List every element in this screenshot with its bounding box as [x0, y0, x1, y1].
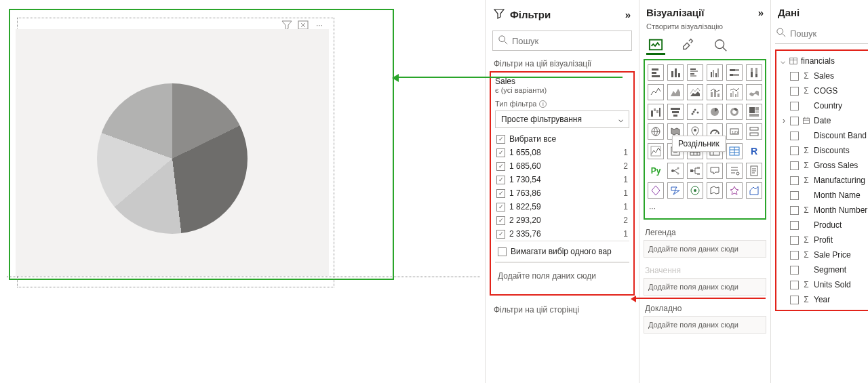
checkbox-icon[interactable]: ✓	[496, 135, 505, 144]
chevron-right-icon[interactable]: ›	[781, 116, 787, 125]
checkbox-icon[interactable]	[790, 281, 799, 289]
field-row[interactable]: ΣYear	[778, 292, 868, 307]
field-row[interactable]: ΣProfit	[778, 233, 868, 247]
more-visuals[interactable]: ···	[648, 202, 762, 214]
checkbox-icon[interactable]	[790, 266, 799, 275]
filter-value-row[interactable]: ✓1 730,541	[495, 173, 629, 186]
field-row[interactable]: Segment	[778, 262, 868, 277]
filter-value-row[interactable]: ✓1 685,602	[495, 159, 629, 173]
expand-icon[interactable]: »	[625, 9, 631, 20]
viz-python[interactable]: Py	[648, 163, 664, 179]
tab-analytics[interactable]	[711, 36, 730, 55]
filters-search[interactable]	[492, 31, 632, 51]
viz-line-stacked-column[interactable]	[707, 84, 723, 100]
select-all-row[interactable]: ✓ Вибрати все	[495, 132, 629, 146]
chevron-down-icon[interactable]: ⌵	[779, 56, 786, 66]
viz-multi-row-card[interactable]	[746, 123, 762, 140]
viz-table-alt[interactable]	[726, 143, 743, 159]
field-row[interactable]: ΣUnits Sold	[778, 277, 868, 292]
viz-map[interactable]	[648, 123, 664, 140]
checkbox-icon[interactable]: ✓	[496, 189, 505, 198]
viz-arc-gis[interactable]	[687, 182, 703, 199]
viz-scatter[interactable]	[687, 104, 703, 120]
field-row[interactable]: ΣSale Price	[778, 247, 868, 262]
checkbox-icon[interactable]: ✓	[496, 203, 505, 211]
checkbox-icon[interactable]	[790, 117, 799, 125]
checkbox-icon[interactable]	[790, 251, 799, 260]
field-row[interactable]: ΣDiscounts	[778, 143, 868, 158]
filter-value-row[interactable]: ✓1 763,861	[495, 186, 629, 200]
filter-value-row[interactable]: ✓2 335,761	[495, 227, 629, 241]
field-row[interactable]: ›Date	[778, 113, 868, 128]
checkbox-icon[interactable]	[790, 236, 799, 245]
viz-clustered-column[interactable]	[707, 64, 723, 81]
viz-line-clustered-column[interactable]	[726, 84, 743, 100]
report-canvas[interactable]: ···	[0, 0, 485, 383]
data-search[interactable]	[775, 25, 868, 44]
checkbox-icon[interactable]	[790, 191, 799, 200]
field-row[interactable]: ΣManufacturing	[778, 173, 868, 188]
viz-waterfall[interactable]	[648, 104, 664, 120]
field-row[interactable]: ΣCOGS	[778, 83, 868, 98]
viz-100-stacked-column[interactable]	[746, 64, 762, 81]
field-row[interactable]: Month Name	[778, 188, 868, 203]
field-row[interactable]: ΣMonth Number	[778, 203, 868, 218]
checkbox-icon[interactable]	[790, 206, 799, 215]
field-row[interactable]: ΣSales	[778, 68, 868, 83]
viz-shape-map[interactable]	[707, 182, 723, 199]
legend-drop[interactable]: Додайте поля даних сюди	[644, 240, 766, 258]
viz-100-stacked-bar[interactable]	[726, 64, 743, 81]
viz-clustered-bar[interactable]	[687, 64, 703, 81]
checkbox-icon[interactable]	[790, 72, 799, 81]
info-icon[interactable]: i	[539, 100, 547, 108]
viz-paginated-report[interactable]	[746, 163, 762, 179]
add-fields-drop[interactable]: Додайте поля даних сюди	[495, 262, 629, 289]
field-row[interactable]: Country	[778, 98, 868, 113]
viz-funnel[interactable]	[667, 104, 684, 120]
field-row[interactable]: Product	[778, 218, 868, 233]
pie-chart-visual[interactable]	[16, 29, 329, 276]
viz-stacked-area[interactable]	[687, 84, 703, 100]
filter-type-dropdown[interactable]: Просте фільтрування ⌵	[495, 110, 629, 128]
field-row[interactable]: ΣGross Sales	[778, 158, 868, 173]
viz-qa[interactable]	[707, 163, 723, 179]
checkbox-icon[interactable]	[790, 296, 799, 304]
tab-format-visual[interactable]	[679, 36, 698, 55]
checkbox-icon[interactable]: ✓	[496, 230, 505, 239]
filter-value-row[interactable]: ✓2 293,202	[495, 214, 629, 227]
table-header-row[interactable]: ⌵ financials	[778, 54, 868, 68]
details-drop[interactable]: Додайте поля даних сюди	[644, 316, 766, 334]
viz-power-automate[interactable]	[667, 182, 684, 199]
filters-search-input[interactable]	[512, 36, 626, 46]
checkbox-icon[interactable]	[790, 87, 799, 96]
viz-decomposition-tree[interactable]	[687, 163, 703, 179]
filter-value-row[interactable]: ✓1 822,591	[495, 200, 629, 214]
checkbox-icon[interactable]: ✓	[496, 162, 505, 171]
filter-field-name[interactable]: Sales	[495, 77, 629, 86]
checkbox-icon[interactable]	[790, 146, 799, 155]
viz-pie[interactable]	[707, 104, 723, 120]
checkbox-icon[interactable]	[790, 132, 799, 140]
checkbox-icon[interactable]	[790, 102, 799, 110]
viz-card[interactable]: 123	[726, 123, 743, 140]
viz-key-influencers[interactable]	[667, 163, 684, 179]
checkbox-icon[interactable]	[790, 161, 799, 170]
field-row[interactable]: Discount Band	[778, 128, 868, 143]
checkbox-icon[interactable]: ✓	[496, 148, 505, 157]
viz-donut[interactable]	[726, 104, 743, 120]
checkbox-icon[interactable]: ✓	[496, 216, 505, 225]
viz-line[interactable]	[648, 84, 664, 100]
viz-stacked-column[interactable]	[667, 64, 684, 81]
checkbox-icon[interactable]	[790, 221, 799, 230]
data-search-input[interactable]	[790, 28, 868, 39]
viz-ribbon[interactable]	[746, 84, 762, 100]
tab-build-visual[interactable]	[646, 36, 665, 55]
viz-custom2[interactable]	[746, 182, 762, 199]
filter-value-row[interactable]: ✓1 655,081	[495, 146, 629, 159]
viz-stacked-bar[interactable]	[648, 64, 664, 81]
viz-treemap[interactable]	[746, 104, 762, 120]
require-single-selection[interactable]: Вимагати вибір одного вар	[495, 241, 629, 262]
checkbox-icon[interactable]	[498, 247, 507, 256]
viz-kpi[interactable]	[648, 143, 664, 159]
checkbox-icon[interactable]	[790, 176, 799, 185]
